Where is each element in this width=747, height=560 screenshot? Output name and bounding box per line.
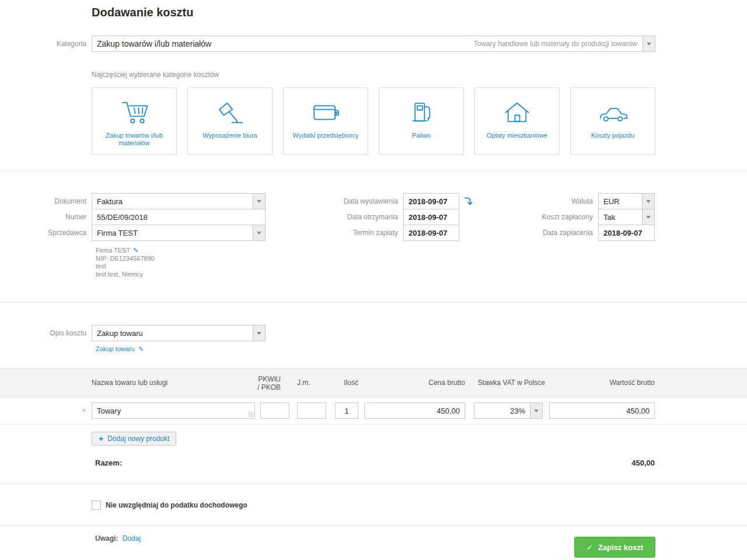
category-hint: Towary handlowe lub materiały do produkc…: [474, 36, 643, 51]
seller-name: Firma TEST: [96, 247, 130, 254]
opis-edit-link[interactable]: Zakup towaru✎: [96, 345, 144, 353]
dokument-select[interactable]: Faktura: [92, 193, 266, 209]
vat-dropdown-button[interactable]: [530, 403, 542, 418]
category-card-goods[interactable]: Zakup towarów i/lub materiałów: [92, 88, 177, 155]
total-value: 450,00: [585, 459, 655, 467]
section-divider: [0, 302, 747, 303]
product-pkwiu-input[interactable]: [260, 402, 289, 419]
opis-kosztu-select[interactable]: Zakup towaru: [92, 325, 266, 341]
dokument-label: Dokument: [0, 193, 86, 209]
category-card-label: Opłaty mieszkaniowe: [480, 132, 554, 139]
notes-row: Uwagi: Dodaj: [95, 534, 141, 542]
header-name: Nazwa towaru lub usługi: [92, 369, 167, 397]
category-subtitle: Najczęściej wybierane kategorie kosztów: [92, 71, 219, 79]
save-cost-button[interactable]: ✓ Zapisz koszt: [574, 537, 655, 558]
chevron-down-icon: [257, 200, 261, 203]
seller-address1: test: [96, 262, 155, 271]
fuel-pump-icon: [406, 99, 437, 127]
section-divider: [0, 484, 747, 484]
seller-info: Firma TEST✎ NIP: DE1234567890 test test …: [96, 247, 155, 278]
product-quantity-value: 1: [336, 403, 358, 418]
category-dropdown-button[interactable]: [643, 36, 655, 51]
category-card-housing[interactable]: Opłaty mieszkaniowe: [474, 88, 560, 155]
waluta-select[interactable]: EUR: [598, 193, 655, 209]
header-vat: Stawka VAT w Polsce: [474, 369, 545, 397]
category-card-label: Wyposażenie biura: [196, 132, 264, 139]
income-tax-checkbox-label: Nie uwzględniaj do podatku dochodowego: [106, 501, 247, 510]
total-label: Razem:: [95, 459, 122, 467]
wallet-icon: [310, 99, 341, 127]
product-vat-select[interactable]: 23%: [474, 402, 543, 419]
category-card-vehicle[interactable]: Koszty pojazdu: [570, 88, 655, 155]
category-select[interactable]: Zakup towarów i/lub materiałów Towary ha…: [92, 36, 655, 52]
termin-zaplaty-input[interactable]: 2018-09-07: [403, 225, 459, 241]
koszt-zaplacony-select[interactable]: Tak: [598, 209, 655, 225]
edit-seller-icon[interactable]: ✎: [133, 247, 138, 254]
chevron-down-icon: [257, 232, 261, 235]
data-zaplacenia-input[interactable]: 2018-09-07: [598, 225, 655, 241]
seller-address2: test test, Niemcy: [96, 271, 155, 279]
numer-value: 55/DE/09/2018: [92, 209, 265, 225]
notes-add-link[interactable]: Dodaj: [123, 534, 141, 542]
opis-dropdown-button[interactable]: [253, 326, 265, 341]
products-table-header: Nazwa towaru lub usługi PKWiU / PKOB J.m…: [0, 368, 747, 397]
cart-icon: [118, 99, 150, 127]
header-pkwiu-line1: PKWiU: [258, 375, 281, 383]
product-gross-value-input[interactable]: 450,00: [549, 402, 655, 419]
data-otrzymania-value: 2018-09-07: [404, 209, 459, 225]
data-otrzymania-input[interactable]: 2018-09-07: [403, 209, 459, 225]
numer-label: Numer: [0, 209, 86, 225]
sprzedawca-label: Sprzedawca: [0, 225, 86, 241]
category-card-label: Koszty pojazdu: [584, 132, 642, 139]
income-tax-checkbox[interactable]: [92, 501, 101, 510]
header-pkwiu-line2: / PKOB: [257, 383, 281, 391]
koszt-zaplacony-dropdown-button[interactable]: [642, 209, 654, 225]
category-label: Kategoria: [0, 36, 86, 52]
numer-input[interactable]: 55/DE/09/2018: [92, 209, 266, 225]
category-card-entrepreneur[interactable]: Wydatki przedsiębiorcy: [283, 88, 368, 155]
seller-name-line: Firma TEST✎: [96, 247, 155, 255]
house-icon: [501, 99, 533, 127]
product-price-input[interactable]: 450,00: [364, 402, 465, 419]
plus-icon: +: [99, 435, 103, 443]
product-vat-value: 23%: [474, 403, 530, 418]
row-divider: [0, 424, 747, 425]
product-pkwiu-value: [261, 403, 289, 418]
waluta-value: EUR: [599, 194, 642, 209]
header-ilosc: Ilość: [329, 369, 358, 397]
sync-dates-icon[interactable]: [464, 197, 472, 208]
termin-zaplaty-value: 2018-09-07: [404, 225, 459, 240]
resize-handle-icon[interactable]: [248, 412, 253, 417]
koszt-zaplacony-value: Tak: [599, 209, 642, 225]
header-cena: Cena brutto: [407, 369, 465, 397]
check-icon: ✓: [587, 543, 593, 552]
chevron-down-icon: [647, 43, 651, 46]
termin-zaplaty-label: Termin zapłaty: [292, 225, 398, 241]
product-name-input[interactable]: Towary: [92, 402, 255, 419]
dokument-dropdown-button[interactable]: [253, 194, 265, 209]
sprzedawca-dropdown-button[interactable]: [253, 225, 265, 240]
product-jm-value: [298, 403, 326, 418]
product-quantity-input[interactable]: 1: [335, 402, 358, 419]
section-divider: [0, 525, 747, 526]
desk-lamp-icon: [214, 99, 246, 127]
notes-label: Uwagi:: [95, 534, 118, 542]
category-card-office[interactable]: Wyposażenie biura: [187, 88, 273, 155]
category-value: Zakup towarów i/lub materiałów: [92, 36, 474, 51]
car-icon: [597, 99, 629, 127]
chevron-down-icon: [534, 410, 539, 412]
section-divider: [0, 171, 747, 172]
category-card-fuel[interactable]: Paliwo: [379, 88, 464, 155]
data-wystawienia-label: Data wystawienia: [292, 193, 398, 209]
data-wystawienia-input[interactable]: 2018-09-07: [403, 193, 459, 209]
waluta-dropdown-button[interactable]: [642, 194, 654, 209]
add-product-label: Dodaj nowy produkt: [107, 435, 169, 443]
opis-kosztu-value: Zakup towaru: [92, 326, 253, 341]
header-pkwiu: PKWiU / PKOB: [252, 369, 281, 391]
remove-row-icon[interactable]: ×: [79, 402, 89, 419]
add-product-button[interactable]: + Dodaj nowy produkt: [92, 432, 176, 446]
product-jm-input[interactable]: [297, 402, 326, 419]
sprzedawca-select[interactable]: Firma TEST: [92, 225, 266, 241]
seller-nip: NIP: DE1234567890: [96, 255, 155, 263]
data-zaplacenia-value: 2018-09-07: [599, 225, 654, 240]
